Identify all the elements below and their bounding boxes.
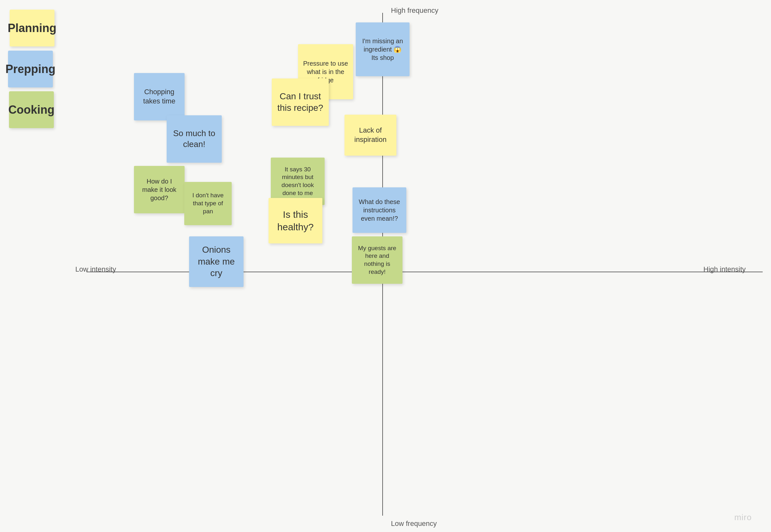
- note-can-trust-recipe: Can I trust this recipe?: [272, 78, 329, 126]
- low-frequency-label: Low frequency: [391, 520, 437, 528]
- note-instructions-mean: What do these instructions even mean!?: [352, 187, 406, 233]
- note-no-pan: I don't have that type of pan: [184, 182, 232, 225]
- note-lack-inspiration: Lack of inspiration: [344, 115, 397, 156]
- high-intensity-label: High intensity: [703, 265, 746, 274]
- note-chopping: Chopping takes time: [134, 73, 184, 120]
- note-guests-ready: My guests are here and nothing is ready!: [352, 236, 403, 284]
- legend-cooking: Cooking: [9, 91, 54, 128]
- legend-planning: Planning: [10, 10, 54, 46]
- miro-logo: miro: [734, 512, 752, 522]
- legend-prepping: Prepping: [8, 51, 53, 87]
- high-frequency-label: High frequency: [391, 6, 439, 15]
- note-missing-ingredient: I'm missing an ingredient 😱 Its shop: [356, 22, 410, 76]
- note-onions-cry: Onions make me cry: [189, 236, 243, 287]
- horizontal-axis: [86, 272, 763, 272]
- note-is-healthy: Is this healthy?: [268, 198, 322, 243]
- low-intensity-label: Low intensity: [75, 265, 116, 274]
- note-how-look-good: How do I make it look good?: [134, 166, 184, 213]
- note-so-much-clean: So much to clean!: [167, 115, 222, 163]
